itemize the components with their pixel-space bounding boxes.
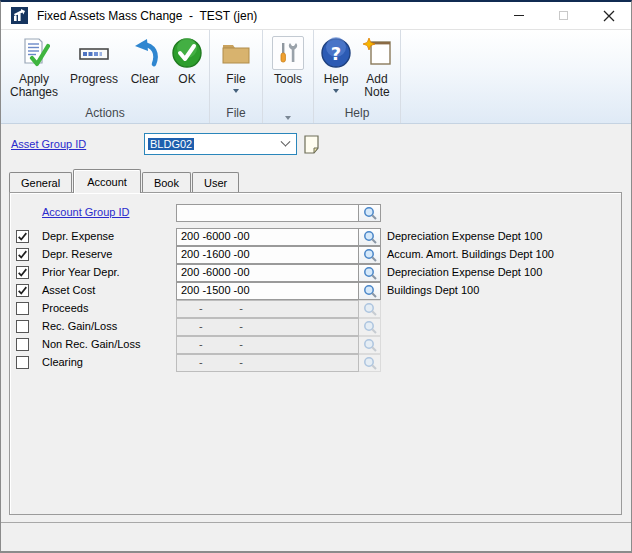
account-number-field: - -: [176, 336, 359, 354]
row-checkbox[interactable]: [16, 248, 29, 261]
lookup-magnifier-icon: [363, 284, 377, 298]
ribbon-toolbar: Apply Changes Progress: [1, 30, 631, 124]
account-group-id-link[interactable]: Account Group ID: [42, 206, 129, 218]
asset-group-id-link[interactable]: Asset Group ID: [11, 138, 86, 150]
tools-icon: [271, 35, 305, 71]
folder-icon: [219, 35, 253, 71]
row-label: Rec. Gain/Loss: [42, 320, 117, 332]
add-note-button[interactable]: Add Note: [356, 32, 398, 99]
account-number-field[interactable]: 200 -1600 -00: [176, 246, 359, 264]
apply-changes-label: Apply Changes: [3, 73, 65, 99]
ribbon-group-label-help: Help: [316, 105, 398, 123]
account-row: Non Rec. Gain/Loss - -: [10, 336, 621, 354]
lookup-magnifier-icon: [363, 248, 377, 262]
account-lookup-button[interactable]: [358, 246, 381, 264]
lookup-magnifier-icon: [363, 266, 377, 280]
apply-changes-button[interactable]: Apply Changes: [3, 32, 65, 99]
clear-button[interactable]: Clear: [123, 32, 167, 86]
account-number-field[interactable]: 200 -6000 -00: [176, 228, 359, 246]
ribbon-group-file: File File: [210, 30, 263, 123]
asset-group-id-value: BLDG02: [148, 138, 194, 150]
chevron-down-icon[interactable]: [281, 136, 291, 146]
tab-book[interactable]: Book: [142, 172, 191, 192]
account-row: Prior Year Depr. 200 -6000 -00 Depreciat…: [10, 264, 621, 282]
row-checkbox[interactable]: [16, 302, 29, 315]
row-checkbox[interactable]: [16, 266, 29, 279]
row-label: Non Rec. Gain/Loss: [42, 338, 140, 350]
row-checkbox[interactable]: [16, 338, 29, 351]
minimize-icon: [514, 15, 524, 16]
account-lookup-button: [358, 336, 381, 354]
row-checkbox[interactable]: [16, 320, 29, 333]
help-dropdown-caret-icon: [333, 89, 339, 93]
tab-user[interactable]: User: [192, 172, 239, 192]
tools-group-caret[interactable]: [265, 112, 311, 123]
account-group-id-row: Account Group ID: [10, 204, 621, 222]
tab-general[interactable]: General: [9, 172, 72, 192]
ribbon-filler: [401, 30, 631, 123]
lookup-magnifier-icon: [363, 206, 377, 220]
tab-strip: General Account Book User: [1, 167, 631, 192]
row-label: Prior Year Depr.: [42, 266, 120, 278]
account-number-field[interactable]: 200 -6000 -00: [176, 264, 359, 282]
tools-group-caret-icon: [285, 116, 291, 120]
account-description: Depreciation Expense Dept 100: [387, 266, 542, 278]
row-label: Proceeds: [42, 302, 88, 314]
row-label: Depr. Expense: [42, 230, 114, 242]
progress-icon: [77, 35, 111, 71]
lookup-magnifier-icon: [363, 302, 377, 316]
tools-button[interactable]: Tools: [265, 32, 311, 86]
account-number-field[interactable]: 200 -1500 -00: [176, 282, 359, 300]
account-lookup-button[interactable]: [358, 228, 381, 246]
lookup-magnifier-icon: [363, 230, 377, 244]
account-group-lookup-button[interactable]: [358, 204, 381, 222]
account-lookup-button: [358, 300, 381, 318]
ok-icon: [170, 35, 204, 71]
account-row: Rec. Gain/Loss - -: [10, 318, 621, 336]
minimize-button[interactable]: [496, 2, 541, 29]
window-title: Fixed Assets Mass Change - TEST (jen): [37, 9, 496, 23]
account-group-id-input[interactable]: [176, 204, 359, 222]
account-number-field: - -: [176, 300, 359, 318]
add-note-icon: [360, 35, 394, 71]
account-row: Proceeds - -: [10, 300, 621, 318]
add-note-label: Add Note: [356, 73, 398, 99]
row-checkbox[interactable]: [16, 356, 29, 369]
account-number-field: - -: [176, 318, 359, 336]
file-button[interactable]: File: [212, 32, 260, 93]
ok-button[interactable]: OK: [167, 32, 207, 86]
account-description: Buildings Dept 100: [387, 284, 479, 296]
svg-text:?: ?: [331, 43, 341, 64]
progress-button[interactable]: Progress: [65, 32, 123, 86]
row-label: Asset Cost: [42, 284, 95, 296]
ribbon-group-help: ? Help Add Note: [314, 30, 401, 123]
ribbon-group-label-actions: Actions: [3, 105, 207, 123]
maximize-button[interactable]: [541, 2, 586, 29]
help-button[interactable]: ? Help: [316, 32, 356, 93]
tab-account[interactable]: Account: [73, 169, 141, 193]
file-label: File: [226, 73, 245, 86]
checkmark-icon: [17, 231, 28, 242]
clear-icon: [128, 35, 162, 71]
window-controls: [496, 2, 631, 29]
note-page-icon: [304, 135, 319, 154]
apply-changes-icon: [17, 35, 51, 71]
row-label: Clearing: [42, 356, 83, 368]
account-row: Depr. Expense 200 -6000 -00 Depreciation…: [10, 228, 621, 246]
account-description: Depreciation Expense Dept 100: [387, 230, 542, 242]
account-rows: Depr. Expense 200 -6000 -00 Depreciation…: [10, 228, 621, 372]
account-lookup-button[interactable]: [358, 264, 381, 282]
row-checkbox[interactable]: [16, 284, 29, 297]
titlebar: Fixed Assets Mass Change - TEST (jen): [1, 2, 631, 30]
ribbon-group-actions: Apply Changes Progress: [1, 30, 210, 123]
close-button[interactable]: [586, 2, 631, 29]
checkmark-icon: [17, 267, 28, 278]
asset-group-id-combobox[interactable]: BLDG02: [144, 133, 297, 155]
help-label: Help: [324, 73, 349, 86]
maximize-icon: [559, 11, 568, 20]
ribbon-group-label-file: File: [212, 105, 260, 123]
checkmark-icon: [17, 249, 28, 260]
row-checkbox[interactable]: [16, 230, 29, 243]
account-lookup-button[interactable]: [358, 282, 381, 300]
note-attach-button[interactable]: [301, 133, 321, 155]
